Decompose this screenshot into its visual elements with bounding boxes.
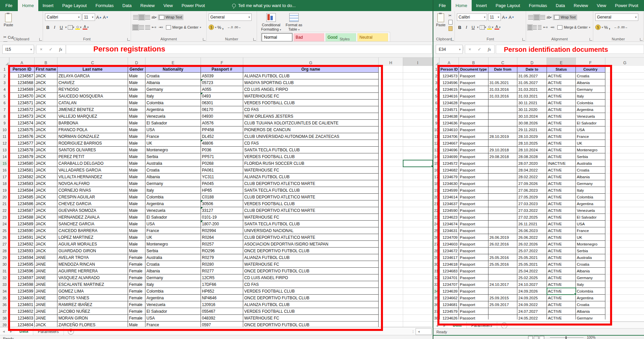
cell[interactable]: 1234696 [439, 147, 459, 153]
empty-cell[interactable] [605, 315, 644, 319]
empty-cell[interactable] [403, 79, 433, 86]
cell[interactable]: 1234573 [9, 113, 35, 120]
cell[interactable]: FLORIDA RUSH SOCCER CLUB [243, 160, 379, 167]
empty-cell[interactable] [379, 268, 403, 274]
cell[interactable]: JANE [35, 254, 57, 261]
grow-font-button[interactable]: A▲ [502, 14, 508, 21]
empty-cell[interactable] [403, 207, 433, 214]
cell[interactable]: 29.08.2018 [488, 153, 517, 160]
cell[interactable] [488, 174, 517, 180]
merge-center-button[interactable]: Merge & Center▾ [556, 25, 592, 30]
row-header-14[interactable]: 14 [433, 153, 439, 160]
empty-cell[interactable] [605, 254, 644, 261]
cell[interactable]: YC311 [201, 174, 243, 180]
cell[interactable]: ACTIVE [547, 288, 576, 295]
cell[interactable]: Female [128, 254, 145, 261]
row-header-34[interactable]: 34 [0, 288, 9, 295]
cell[interactable]: 1234593 [9, 248, 35, 254]
cell[interactable]: PIONEROS DE CANCUN [243, 126, 379, 133]
cell[interactable]: NP4646 [201, 295, 243, 301]
cell[interactable]: 31.03.2016 [488, 93, 517, 100]
cell[interactable]: ACTIVE [547, 106, 576, 113]
empty-cell[interactable] [605, 207, 644, 214]
row-header-30[interactable]: 30 [0, 261, 9, 268]
cell[interactable]: ACTIVE [547, 241, 576, 248]
cell[interactable]: JANE [35, 315, 57, 322]
cell[interactable]: ACTIVE [547, 133, 576, 140]
cell[interactable]: JANE [35, 261, 57, 268]
empty-cell[interactable] [605, 295, 644, 301]
cell[interactable]: 25.09.2015 [488, 295, 517, 301]
italic-button[interactable]: I [52, 24, 57, 31]
cell[interactable]: 1234674 [439, 221, 459, 227]
empty-cell[interactable] [403, 214, 433, 221]
cell[interactable] [488, 180, 517, 187]
cell[interactable]: ACTIVE [547, 227, 576, 234]
cell[interactable]: 28.10.2029 [517, 133, 547, 140]
row-header-17[interactable]: 17 [433, 174, 439, 180]
cell[interactable] [488, 214, 517, 221]
cell[interactable]: INACTIVE [547, 160, 576, 167]
cell[interactable]: WATERHOUSE FC [243, 261, 379, 268]
align-left-icon[interactable] [133, 25, 138, 30]
cell[interactable]: Passport [459, 187, 488, 194]
cell[interactable]: Passport [459, 126, 488, 133]
cell[interactable]: 17DF66 [201, 281, 243, 288]
row-header-17[interactable]: 17 [0, 174, 9, 180]
ribbon-tab-home[interactable]: Home [451, 0, 472, 11]
cell[interactable]: Australia [576, 160, 605, 167]
cell[interactable]: 27.06.2023 [517, 187, 547, 194]
empty-cell[interactable] [605, 308, 644, 315]
empty-cell[interactable] [379, 187, 403, 194]
clipboard-dialog-launcher[interactable] [451, 38, 454, 41]
cell[interactable]: Germany [576, 315, 605, 319]
cell[interactable]: Passport [459, 295, 488, 301]
cell[interactable]: 28.10.2024 [517, 147, 547, 153]
font-color-button[interactable]: A▾ [495, 24, 501, 31]
ribbon-tab-formulas[interactable]: Formulas [524, 0, 551, 11]
cell[interactable]: Italy [145, 281, 201, 288]
cell[interactable]: JACK [35, 153, 57, 160]
cell[interactable]: Passport [459, 288, 488, 295]
cell[interactable]: SANTA TECLA FUTBOL CLUB [243, 147, 379, 153]
empty-cell[interactable] [403, 86, 433, 93]
cell[interactable]: Male [128, 200, 145, 207]
row-header-6[interactable]: 6 [0, 100, 9, 106]
cell[interactable]: Albania [145, 79, 201, 86]
cell[interactable]: JACK [35, 234, 57, 241]
cell[interactable] [488, 207, 517, 214]
cell[interactable]: Passport [459, 133, 488, 140]
cell[interactable]: 1234662 [439, 295, 459, 301]
empty-cell[interactable] [605, 100, 644, 106]
cell[interactable]: BARBONA [57, 120, 128, 126]
cell[interactable]: Italy [576, 93, 605, 100]
cell[interactable]: Venezuela [145, 207, 201, 214]
row-header-13[interactable]: 13 [0, 147, 9, 153]
cell[interactable]: Passport [459, 93, 488, 100]
column-header-i[interactable]: I [403, 58, 433, 66]
cell[interactable] [488, 73, 517, 79]
cell[interactable]: Passport [459, 268, 488, 274]
decrease-indent-button[interactable]: ⇤≡ [151, 24, 157, 31]
cell[interactable]: Passport [459, 153, 488, 160]
alignment-dialog-launcher[interactable] [203, 38, 206, 41]
cell[interactable]: NOVOA ALFARO [57, 180, 128, 187]
cell[interactable]: UK [576, 140, 605, 147]
cell[interactable]: JACK [35, 167, 57, 174]
cell[interactable]: UK [576, 234, 605, 241]
empty-cell[interactable] [379, 180, 403, 187]
cell[interactable]: 1234672 [439, 248, 459, 254]
cell[interactable]: Croatia [145, 167, 201, 174]
row-header-32[interactable]: 32 [433, 274, 439, 281]
number-dialog-launcher[interactable] [640, 38, 643, 41]
cell[interactable]: 1234567 [9, 73, 35, 79]
cell[interactable]: CARABALLO DELGADO [57, 160, 128, 167]
cell[interactable]: JANE [35, 281, 57, 288]
percent-style-button[interactable]: % [604, 25, 608, 30]
wrap-text-button[interactable]: Wrap Text [158, 14, 183, 20]
cell[interactable]: JACK [35, 79, 57, 86]
row-header-2[interactable]: 2 [0, 73, 9, 79]
cell[interactable]: 28.10.2025 [517, 140, 547, 147]
cell[interactable]: 1234587 [9, 207, 35, 214]
row-header-21[interactable]: 21 [433, 200, 439, 207]
